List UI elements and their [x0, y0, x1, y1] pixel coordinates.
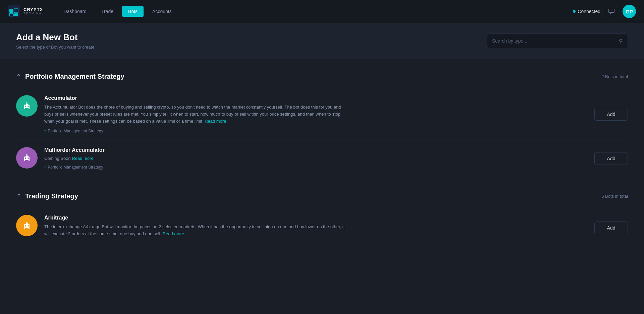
- section-portfolio-title: ⌃ Portfolio Management Strategy: [16, 73, 124, 80]
- add-button-multiorder[interactable]: Add: [594, 152, 628, 165]
- svg-rect-5: [609, 9, 614, 13]
- svg-point-21: [26, 154, 28, 155]
- svg-rect-13: [24, 108, 25, 109]
- section-portfolio-header: ⌃ Portfolio Management Strategy 2 Bots i…: [16, 73, 628, 80]
- svg-point-30: [26, 222, 28, 223]
- bot-name-accumulator: Accumulator: [44, 95, 588, 101]
- nav-links: Dashboard Trade Bots Accounts: [58, 6, 573, 17]
- page-header-left: Add a New Bot Select the type of Bot you…: [16, 32, 94, 50]
- brand-name: CRYPTX: [23, 7, 44, 12]
- read-more-accumulator[interactable]: Read more: [205, 119, 226, 124]
- bot-item-multiorder: Multiorder Accumulator Coming Soon Read …: [16, 140, 628, 176]
- svg-rect-22: [24, 160, 25, 161]
- svg-point-12: [26, 102, 28, 103]
- connection-status: Connected: [573, 9, 600, 14]
- bot-tag-multiorder: Portfolio Management Strategy: [44, 165, 103, 170]
- svg-point-17: [25, 158, 26, 159]
- nav-trade[interactable]: Trade: [95, 6, 119, 17]
- add-button-arbitrage[interactable]: Add: [594, 222, 628, 234]
- svg-rect-1: [9, 9, 13, 13]
- read-more-multiorder[interactable]: Read more: [72, 156, 93, 161]
- search-input[interactable]: [492, 38, 619, 44]
- add-button-accumulator[interactable]: Add: [594, 108, 628, 121]
- bot-desc-arbitrage: The inter-exchange Arbitrage Bot will mo…: [44, 224, 346, 238]
- logo-icon: [8, 5, 20, 17]
- bot-name-arbitrage: Arbitrage: [44, 215, 588, 221]
- svg-rect-3: [9, 13, 13, 16]
- bot-name-multiorder: Multiorder Accumulator: [44, 147, 588, 153]
- search-icon: ⚲: [619, 38, 623, 44]
- bot-icon-accumulator: [16, 95, 38, 117]
- section-portfolio-count: 2 Bots in total: [601, 74, 628, 79]
- nav-bots[interactable]: Bots: [122, 6, 144, 17]
- svg-point-26: [25, 225, 26, 227]
- bot-tag-accumulator: Portfolio Management Strategy: [44, 129, 103, 133]
- svg-rect-31: [24, 228, 25, 229]
- user-avatar[interactable]: GP: [623, 5, 636, 18]
- chevron-up-icon[interactable]: ⌃: [16, 73, 21, 80]
- chat-button[interactable]: [606, 6, 617, 17]
- read-more-arbitrage[interactable]: Read more: [163, 231, 184, 236]
- page-title: Add a New Bot: [16, 32, 94, 43]
- logo: CRYPTX TERMINAL: [8, 5, 44, 17]
- chevron-up-icon-trading[interactable]: ⌃: [16, 193, 21, 200]
- svg-rect-23: [29, 160, 30, 161]
- svg-point-18: [28, 158, 29, 159]
- navbar: CRYPTX TERMINAL Dashboard Trade Bots Acc…: [0, 0, 644, 23]
- nav-right: Connected GP: [573, 5, 636, 18]
- bot-icon-arbitrage: [16, 215, 38, 236]
- robot-icon: [21, 100, 33, 112]
- page-header: Add a New Bot Select the type of Bot you…: [0, 23, 644, 59]
- bot-info-multiorder: Multiorder Accumulator Coming Soon Read …: [44, 147, 588, 170]
- svg-rect-10: [26, 104, 28, 105]
- svg-point-27: [28, 225, 29, 227]
- chat-icon: [608, 9, 614, 14]
- robot-icon-purple: [21, 152, 33, 164]
- page-subtitle: Select the type of Bot you want to creat…: [16, 45, 94, 50]
- section-portfolio: ⌃ Portfolio Management Strategy 2 Bots i…: [16, 73, 628, 176]
- svg-rect-19: [26, 155, 28, 156]
- svg-point-8: [25, 106, 26, 107]
- robot-icon-yellow: [21, 220, 33, 231]
- section-trading-title: ⌃ Trading Strategy: [16, 192, 78, 200]
- brand-sub: TERMINAL: [23, 12, 44, 15]
- bot-info-accumulator: Accumulator The Accumulator Bot does the…: [44, 95, 588, 133]
- section-trading: ⌃ Trading Strategy 6 Bots in total: [16, 192, 628, 248]
- main-content: ⌃ Portfolio Management Strategy 2 Bots i…: [0, 59, 644, 277]
- bot-item-arbitrage: Arbitrage The inter-exchange Arbitrage B…: [16, 208, 628, 248]
- nav-accounts[interactable]: Accounts: [146, 6, 178, 17]
- section-trading-header: ⌃ Trading Strategy 6 Bots in total: [16, 192, 628, 200]
- svg-rect-32: [29, 228, 30, 229]
- bot-coming-soon-multiorder: Coming Soon Read more: [44, 156, 588, 161]
- bot-item-accumulator: Accumulator The Accumulator Bot does the…: [16, 88, 628, 140]
- nav-dashboard[interactable]: Dashboard: [58, 6, 93, 17]
- svg-rect-14: [29, 108, 30, 109]
- section-trading-count: 6 Bots in total: [601, 194, 628, 199]
- bot-info-arbitrage: Arbitrage The inter-exchange Arbitrage B…: [44, 215, 588, 241]
- bot-desc-accumulator: The Accumulator Bot does the chore of bu…: [44, 104, 346, 125]
- svg-point-9: [28, 106, 29, 107]
- connection-label: Connected: [578, 9, 600, 14]
- connection-dot: [573, 10, 576, 13]
- svg-rect-2: [14, 9, 18, 13]
- bot-icon-multiorder: [16, 147, 38, 169]
- svg-rect-28: [26, 223, 28, 224]
- search-box: ⚲: [487, 34, 628, 48]
- svg-rect-4: [14, 13, 18, 16]
